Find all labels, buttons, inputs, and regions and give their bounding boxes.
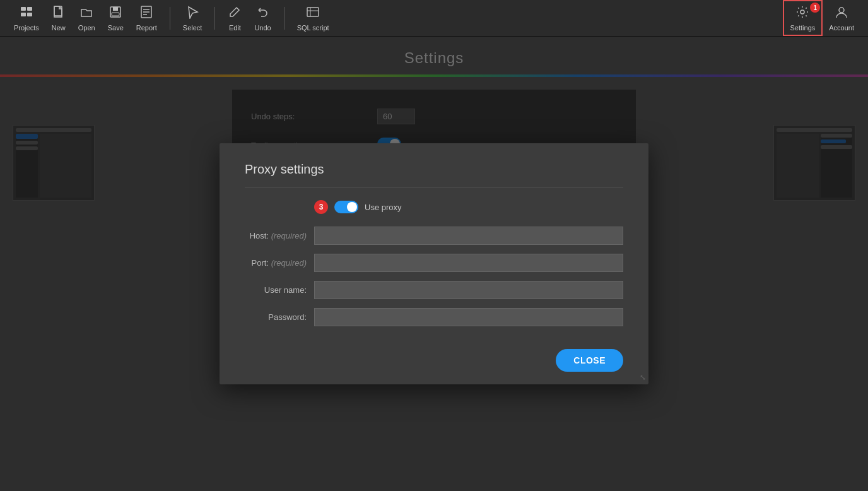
port-row: Port: (required) bbox=[245, 254, 623, 272]
open-icon bbox=[79, 5, 93, 22]
toolbar-sep-2 bbox=[214, 7, 215, 30]
projects-button[interactable]: Projects bbox=[8, 0, 45, 36]
new-icon bbox=[52, 5, 66, 22]
settings-button[interactable]: Settings 1 bbox=[783, 0, 823, 36]
new-button[interactable]: New bbox=[45, 0, 72, 36]
report-button[interactable]: Report bbox=[130, 0, 163, 36]
svg-rect-0 bbox=[21, 7, 26, 11]
projects-icon bbox=[20, 5, 33, 22]
report-label: Report bbox=[136, 24, 157, 32]
host-row: Host: (required) bbox=[245, 227, 623, 245]
port-label: Port: (required) bbox=[245, 258, 314, 268]
host-input[interactable] bbox=[314, 227, 623, 245]
username-label: User name: bbox=[245, 285, 314, 295]
edit-label: Edit bbox=[229, 24, 241, 32]
toolbar-sep-3 bbox=[284, 7, 284, 30]
edit-button[interactable]: Edit bbox=[221, 0, 248, 36]
sqlscript-icon bbox=[306, 5, 320, 22]
svg-rect-12 bbox=[307, 8, 319, 16]
username-input[interactable] bbox=[314, 281, 623, 299]
projects-label: Projects bbox=[14, 24, 39, 32]
svg-rect-6 bbox=[113, 7, 118, 11]
open-label: Open bbox=[78, 24, 95, 32]
main-content: Settings bbox=[0, 37, 868, 491]
resize-handle[interactable]: ⤡ bbox=[640, 373, 646, 382]
account-label: Account bbox=[829, 24, 854, 32]
toolbar-select-group: Select bbox=[172, 0, 214, 36]
undo-button[interactable]: Undo bbox=[248, 0, 277, 36]
password-row: Password: bbox=[245, 308, 623, 326]
select-icon bbox=[185, 5, 199, 22]
use-proxy-toggle[interactable] bbox=[334, 201, 358, 213]
save-button[interactable]: Save bbox=[102, 0, 130, 36]
svg-rect-7 bbox=[112, 13, 119, 16]
use-proxy-badge: 3 bbox=[314, 200, 328, 214]
modal-footer: CLOSE bbox=[245, 339, 623, 372]
svg-rect-3 bbox=[27, 13, 32, 16]
modal-overlay: Proxy settings 3 Use proxy Host: (requir… bbox=[0, 37, 868, 491]
username-row: User name: bbox=[245, 281, 623, 299]
proxy-settings-modal: Proxy settings 3 Use proxy Host: (requir… bbox=[220, 143, 648, 384]
toolbar-edit-group: Edit Undo bbox=[216, 0, 282, 36]
svg-rect-1 bbox=[27, 7, 32, 11]
modal-title: Proxy settings bbox=[245, 162, 623, 187]
password-label: Password: bbox=[245, 312, 314, 322]
use-proxy-label: Use proxy bbox=[365, 203, 402, 212]
toolbar-sql-group: SQL script bbox=[286, 0, 341, 36]
undo-label: Undo bbox=[254, 24, 271, 32]
sqlscript-button[interactable]: SQL script bbox=[291, 0, 336, 36]
undo-icon bbox=[256, 5, 270, 22]
account-icon bbox=[835, 5, 848, 22]
account-button[interactable]: Account bbox=[823, 0, 860, 36]
svg-point-16 bbox=[839, 8, 844, 13]
save-label: Save bbox=[108, 24, 124, 32]
open-button[interactable]: Open bbox=[72, 0, 102, 36]
edit-icon bbox=[228, 5, 242, 22]
svg-point-15 bbox=[801, 10, 804, 14]
report-icon bbox=[139, 5, 153, 22]
toolbar-sep-1 bbox=[170, 7, 170, 30]
svg-rect-2 bbox=[21, 13, 26, 16]
port-input[interactable] bbox=[314, 254, 623, 272]
password-input[interactable] bbox=[314, 308, 623, 326]
settings-label: Settings bbox=[790, 24, 816, 32]
select-button[interactable]: Select bbox=[177, 0, 209, 36]
toolbar-settings-group: Settings 1 Account bbox=[778, 0, 866, 36]
close-button[interactable]: CLOSE bbox=[556, 349, 623, 372]
new-label: New bbox=[52, 24, 66, 32]
save-icon bbox=[108, 5, 122, 22]
toolbar: Projects New Open bbox=[0, 0, 868, 37]
settings-icon bbox=[795, 5, 809, 22]
host-label: Host: (required) bbox=[245, 231, 314, 240]
toolbar-projects-group: Projects New Open bbox=[3, 0, 168, 36]
select-label: Select bbox=[183, 24, 202, 32]
settings-badge: 1 bbox=[810, 3, 820, 13]
sqlscript-label: SQL script bbox=[297, 24, 329, 32]
use-proxy-row: 3 Use proxy bbox=[314, 200, 623, 214]
